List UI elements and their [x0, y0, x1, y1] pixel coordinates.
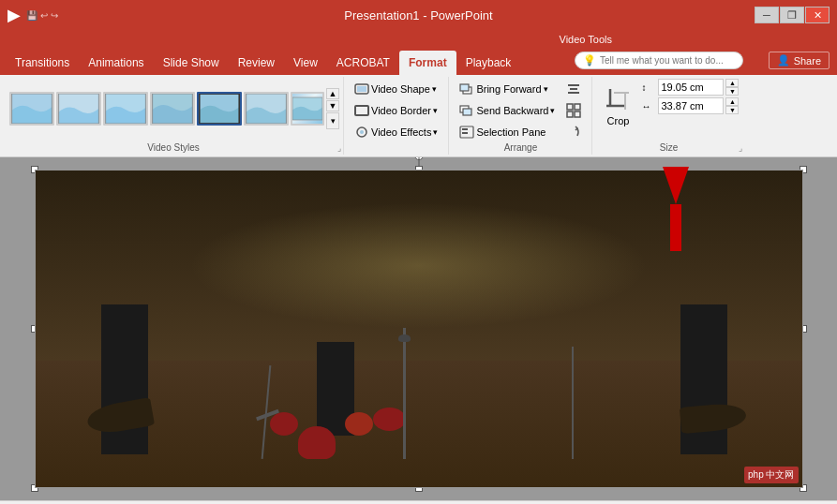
svg-rect-22	[463, 109, 471, 115]
send-backward-button[interactable]: Send Backward ▾	[455, 100, 560, 121]
video-styles-label: Video Styles	[147, 142, 199, 153]
share-icon: 👤	[777, 54, 790, 67]
rotate-icon	[566, 125, 581, 140]
height-spin-up[interactable]: ▲	[725, 79, 739, 87]
selection-pane-button[interactable]: Selection Pane	[455, 122, 560, 142]
style-thumb-6[interactable]	[244, 92, 289, 126]
ribbon-group-arrange: Bring Forward ▾ Send Backward ▾ Selectio…	[449, 77, 592, 155]
tab-review[interactable]: Review	[229, 51, 284, 75]
tab-slideshow[interactable]: Slide Show	[154, 51, 229, 75]
tom-2	[345, 412, 373, 436]
status-bar: Slide 1 of 1 English (United States) 📝 💬…	[0, 500, 837, 504]
group-button[interactable]	[561, 100, 586, 121]
rotation-line	[418, 157, 419, 166]
scroll-down-arrow[interactable]: ▼	[326, 100, 339, 111]
selection-pane-label: Selection Pane	[476, 126, 546, 138]
video-shape-button[interactable]: Video Shape ▾	[350, 79, 442, 99]
svg-rect-29	[567, 104, 573, 110]
svg-rect-31	[567, 111, 573, 117]
video-border-button[interactable]: Video Border ▾	[350, 100, 442, 121]
svg-rect-15	[357, 86, 366, 92]
send-backward-label: Send Backward	[476, 105, 548, 116]
svg-rect-28	[568, 92, 579, 94]
video-border-label: Video Border	[371, 105, 431, 116]
tab-format[interactable]: Format	[399, 51, 456, 75]
tab-transitions[interactable]: Transitions	[6, 51, 79, 75]
bring-forward-icon	[459, 82, 474, 96]
share-button[interactable]: 👤 Share	[769, 52, 830, 69]
drum-kit	[270, 403, 411, 459]
title-bar: ▶ 💾 ↩ ↪ Presentation1 - PowerPoint ─ ❐ ✕	[0, 0, 837, 30]
width-input[interactable]	[658, 97, 724, 114]
width-spin-down[interactable]: ▼	[725, 106, 739, 114]
height-icon: ↕	[641, 82, 656, 93]
svg-rect-26	[568, 84, 579, 86]
height-input[interactable]	[658, 79, 724, 96]
tell-me-input[interactable]	[600, 55, 735, 66]
align-icon	[566, 82, 581, 96]
arrange-right-col	[561, 79, 586, 142]
size-label: Size	[660, 142, 678, 153]
stage-light	[188, 202, 649, 329]
video-shape-icon	[354, 82, 369, 96]
size-expand-icon[interactable]: ⌟	[739, 143, 742, 153]
bring-forward-arrow: ▾	[544, 84, 548, 94]
width-spin: ▲ ▼	[725, 97, 739, 114]
height-spin: ▲ ▼	[725, 79, 739, 96]
width-spin-up[interactable]: ▲	[725, 97, 739, 106]
svg-rect-30	[575, 104, 580, 110]
style-thumb-4[interactable]	[150, 92, 195, 126]
share-label: Share	[794, 55, 821, 67]
style-thumb-2[interactable]	[56, 92, 101, 126]
style-thumb-7[interactable]	[291, 92, 324, 126]
floor-tom	[373, 408, 406, 431]
size-inputs: ↕ ▲ ▼ ↔ ▲ ▼	[641, 79, 739, 114]
tab-acrobat[interactable]: ACROBAT	[327, 51, 399, 75]
rotate-button[interactable]	[561, 122, 586, 142]
video-effects-icon	[354, 125, 369, 140]
crop-icon	[605, 87, 631, 113]
style-thumb-1[interactable]	[9, 92, 54, 126]
video-tools-label: Video Tools	[560, 34, 612, 45]
video-tools-bar: Video Tools	[0, 30, 837, 49]
scroll-more-arrow[interactable]: ▾	[326, 112, 339, 129]
window-controls: ─ ❐ ✕	[755, 7, 830, 23]
bass-drum	[298, 426, 336, 459]
video-border-arrow: ▾	[433, 106, 438, 115]
svg-point-18	[360, 130, 364, 134]
minimize-button[interactable]: ─	[755, 7, 779, 23]
tab-playback[interactable]: Playback	[456, 51, 521, 75]
send-backward-arrow: ▾	[550, 106, 555, 115]
height-spin-down[interactable]: ▼	[725, 87, 739, 96]
ribbon-group-video-styles: ▲ ▼ ▾ Video Styles ⌟	[4, 77, 344, 155]
video-shape-label: Video Shape	[371, 83, 430, 95]
crop-group: Crop ↕ ▲ ▼ ↔	[598, 79, 739, 148]
close-button[interactable]: ✕	[805, 7, 830, 23]
scroll-up-arrow[interactable]: ▲	[326, 88, 339, 99]
width-icon: ↔	[641, 101, 656, 111]
tab-animations[interactable]: Animations	[79, 51, 153, 75]
video-effects-button[interactable]: Video Effects ▾	[350, 122, 442, 142]
crop-button[interactable]: Crop	[598, 79, 637, 135]
title-bar-left: ▶ 💾 ↩ ↪	[7, 5, 58, 25]
style-thumb-5[interactable]	[197, 92, 242, 126]
video-shape-arrow: ▾	[432, 84, 437, 94]
video-format-buttons: Video Shape ▾ Video Border ▾ Video Effec…	[350, 79, 442, 156]
mic-stand	[403, 328, 406, 459]
bring-forward-button[interactable]: Bring Forward ▾	[455, 79, 560, 99]
arrow-stem	[670, 204, 681, 251]
svg-rect-25	[462, 132, 468, 134]
video-styles-expand-icon[interactable]: ⌟	[337, 143, 341, 153]
style-thumbnails	[9, 92, 324, 126]
svg-rect-16	[355, 106, 368, 115]
app-title: Presentation1 - PowerPoint	[344, 8, 492, 22]
restore-button[interactable]: ❐	[780, 7, 804, 23]
bring-forward-label: Bring Forward	[476, 83, 541, 95]
style-thumb-3[interactable]	[103, 92, 148, 126]
ribbon: ▲ ▼ ▾ Video Styles ⌟ Video Shape ▾	[0, 75, 837, 157]
crop-label: Crop	[607, 115, 630, 126]
tab-view[interactable]: View	[284, 51, 327, 75]
ribbon-group-video-format: Video Shape ▾ Video Border ▾ Video Effec…	[344, 77, 449, 155]
align-button[interactable]	[561, 79, 586, 99]
group-icon	[566, 103, 581, 118]
